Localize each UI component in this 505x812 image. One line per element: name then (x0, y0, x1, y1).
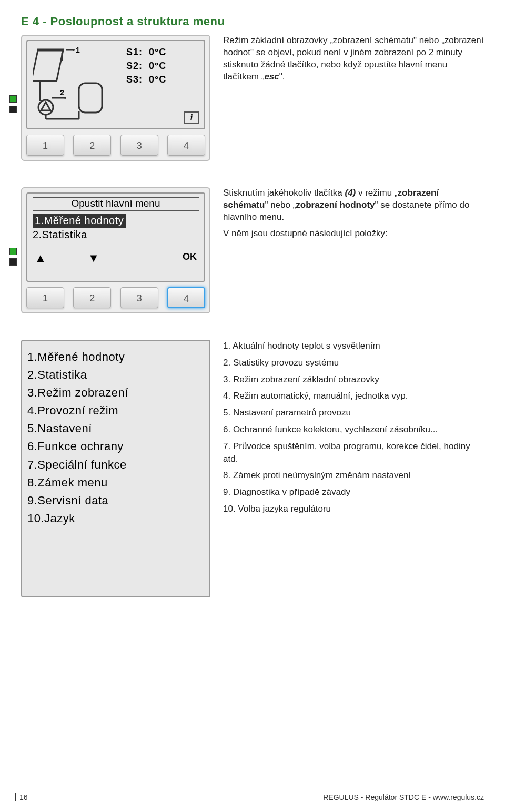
menu-item[interactable]: 1.Měřené hodnoty (27, 348, 204, 366)
key-4[interactable]: 4 (167, 135, 205, 156)
device-panel-2: Opustit hlavní menu 1.Měřené hodnoty 2.S… (21, 187, 210, 313)
led-dark (9, 258, 17, 266)
menu-item[interactable]: 10.Jazyk (27, 510, 204, 527)
page-footer: 16 REGULUS - Regulátor STDC E - www.regu… (15, 793, 484, 801)
key-4[interactable]: 4 (167, 287, 205, 308)
svg-marker-11 (41, 102, 50, 110)
row-screen1: 1 2 (21, 35, 484, 161)
description-1: Režim základní obrazovky „zobrazení sché… (223, 35, 484, 161)
explanations-list: 1. Aktuální hodnoty teplot s vysvětlením… (223, 340, 484, 597)
svg-text:1: 1 (76, 46, 80, 54)
led-green (9, 95, 17, 103)
svg-marker-0 (33, 49, 63, 81)
footer-attribution: REGULUS - Regulátor STDC E - www.regulus… (323, 793, 484, 801)
up-icon[interactable]: ▲ (35, 251, 46, 265)
menu-item[interactable]: 4.Provozní režim (27, 402, 204, 420)
key-2[interactable]: 2 (73, 135, 111, 156)
key-1[interactable]: 1 (26, 287, 64, 308)
menu-item[interactable]: 2.Statistika (27, 366, 204, 384)
key-3[interactable]: 3 (120, 287, 158, 308)
key-1[interactable]: 1 (26, 135, 64, 156)
section-title: E 4 - Posloupnost a struktura menu (21, 15, 484, 28)
menu-item[interactable]: 8.Zámek menu (27, 474, 204, 492)
svg-point-8 (64, 97, 66, 99)
info-button[interactable]: i (184, 111, 199, 124)
key-2[interactable]: 2 (73, 287, 111, 308)
lcd-main-menu: Opustit hlavní menu 1.Měřené hodnoty 2.S… (26, 192, 205, 282)
svg-rect-5 (79, 83, 102, 113)
row-screen2: Opustit hlavní menu 1.Měřené hodnoty 2.S… (21, 187, 484, 313)
menu-item[interactable]: 6.Funkce ochrany (27, 438, 204, 455)
menu-item[interactable]: 7.Speciální funkce (27, 456, 204, 474)
svg-text:2: 2 (60, 88, 64, 97)
menu-list: 1.Měřené hodnoty 2.Statistika (33, 214, 199, 242)
temperature-readings: S1: 0°C S2: 0°C S3: 0°C (126, 45, 166, 124)
keypad-row-2: 1 2 3 4 (26, 287, 205, 308)
ok-label[interactable]: OK (183, 251, 197, 265)
menu-item[interactable]: 5.Nastavení (27, 420, 204, 438)
key-3[interactable]: 3 (120, 135, 158, 156)
menu-item[interactable]: 9.Servisní data (27, 492, 204, 510)
scheme-diagram: 1 2 (33, 45, 117, 124)
down-icon[interactable]: ▼ (88, 251, 99, 265)
lcd-footer-icons: ▲ ▼ OK (27, 242, 204, 265)
full-menu-list: 1.Měřené hodnoty 2.Statistika 3.Režim zo… (27, 348, 204, 527)
page-number: 16 (15, 793, 28, 801)
lcd-full-menu: 1.Měřené hodnoty 2.Statistika 3.Režim zo… (21, 340, 210, 597)
led-dark (9, 106, 17, 113)
menu-title: Opustit hlavní menu (33, 198, 199, 209)
menu-item[interactable]: 3.Režim zobrazení (27, 384, 204, 402)
menu-item-1[interactable]: 1.Měřené hodnoty (33, 214, 126, 228)
lcd-scheme-view: 1 2 (26, 40, 205, 129)
keypad-row-1: 1 2 3 4 (26, 135, 205, 156)
svg-point-3 (73, 49, 75, 51)
led-green (9, 248, 17, 255)
menu-item-2[interactable]: 2.Statistika (33, 228, 199, 242)
description-2: Stisknutím jakéhokoliv tlačítka (4) v re… (223, 187, 484, 313)
device-panel-1: 1 2 (21, 35, 210, 161)
row-screen3: 1.Měřené hodnoty 2.Statistika 3.Režim zo… (21, 340, 484, 597)
